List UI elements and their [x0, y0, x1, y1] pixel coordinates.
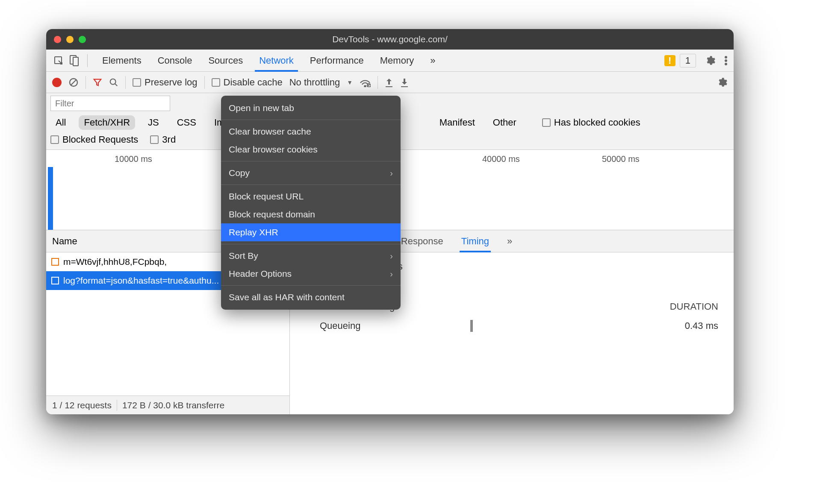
- download-har-icon[interactable]: [400, 78, 409, 87]
- type-other[interactable]: Other: [488, 115, 522, 130]
- minimize-window-button[interactable]: [66, 36, 74, 43]
- script-icon: [51, 277, 59, 284]
- maximize-window-button[interactable]: [79, 36, 86, 43]
- svg-point-5: [725, 63, 727, 65]
- separator: [125, 76, 126, 89]
- ctx-copy[interactable]: Copy›: [221, 164, 401, 182]
- preserve-log-checkbox[interactable]: Preserve log: [133, 77, 198, 88]
- chevron-down-icon: ▼: [347, 79, 353, 86]
- type-fetch-xhr[interactable]: Fetch/XHR: [79, 115, 135, 130]
- third-party-checkbox[interactable]: 3rd: [150, 134, 176, 145]
- request-count: 1 / 12 requests: [52, 400, 112, 410]
- chevron-right-icon: ›: [390, 168, 393, 178]
- disable-cache-checkbox[interactable]: Disable cache: [212, 77, 283, 88]
- throttling-label: No throttling: [289, 77, 340, 88]
- device-toggle-icon[interactable]: [68, 53, 80, 68]
- svg-point-4: [725, 59, 727, 62]
- filter-input[interactable]: [50, 96, 170, 111]
- disable-cache-label: Disable cache: [224, 77, 283, 88]
- script-icon: [51, 258, 59, 266]
- type-all[interactable]: All: [50, 115, 71, 130]
- window-title: DevTools - www.google.com/: [46, 34, 734, 44]
- tab-network[interactable]: Network: [251, 50, 301, 71]
- svg-point-3: [725, 56, 727, 59]
- network-settings-icon[interactable]: [717, 77, 728, 88]
- clear-icon[interactable]: [68, 77, 79, 88]
- detail-tab-timing[interactable]: Timing: [460, 230, 491, 252]
- queued-at: 0 ms: [382, 261, 718, 272]
- inspect-icon[interactable]: [52, 53, 65, 68]
- titlebar: DevTools - www.google.com/: [46, 29, 734, 50]
- detail-tab-more-icon[interactable]: »: [505, 230, 514, 252]
- tab-sources[interactable]: Sources: [201, 50, 251, 71]
- queueing-value: 0.43 ms: [685, 320, 718, 331]
- throttling-select[interactable]: No throttling ▼: [289, 77, 353, 88]
- panel-tabs: Elements Console Sources Network Perform…: [94, 50, 443, 71]
- warning-count[interactable]: 1: [680, 54, 696, 67]
- type-manifest[interactable]: Manifest: [434, 115, 480, 130]
- separator: [221, 161, 401, 161]
- ctx-save-har[interactable]: Save all as HAR with content: [221, 288, 401, 306]
- tab-elements[interactable]: Elements: [94, 50, 149, 71]
- detail-tab-response[interactable]: Response: [399, 230, 445, 252]
- timeline-marker: [48, 167, 53, 230]
- separator: [117, 400, 117, 411]
- settings-icon[interactable]: [705, 55, 716, 66]
- queueing-label: Queueing: [320, 320, 360, 331]
- separator: [221, 244, 401, 244]
- blocked-requests-checkbox[interactable]: Blocked Requests: [50, 134, 138, 145]
- network-toolbar: Preserve log Disable cache No throttling…: [46, 72, 734, 93]
- tab-performance[interactable]: Performance: [302, 50, 372, 71]
- queueing-row: Queueing 0.43 ms: [305, 320, 718, 332]
- ctx-replay-xhr[interactable]: Replay XHR: [221, 223, 401, 241]
- kebab-menu-icon[interactable]: [724, 56, 728, 66]
- upload-har-icon[interactable]: [385, 78, 393, 87]
- ctx-block-domain[interactable]: Block request domain: [221, 205, 401, 223]
- request-list-footer: 1 / 12 requests 172 B / 30.0 kB transfer…: [46, 396, 289, 414]
- type-js[interactable]: JS: [143, 115, 164, 130]
- transfer-size: 172 B / 30.0 kB transferre: [122, 400, 224, 410]
- main-toolbar: Elements Console Sources Network Perform…: [46, 50, 734, 72]
- separator: [378, 76, 378, 89]
- context-menu: Open in new tab Clear browser cache Clea…: [221, 96, 401, 310]
- close-window-button[interactable]: [54, 36, 61, 43]
- ctx-header-options[interactable]: Header Options›: [221, 265, 401, 283]
- warning-badge-icon[interactable]: !: [664, 55, 675, 66]
- svg-point-8: [365, 85, 366, 87]
- tab-console[interactable]: Console: [150, 50, 200, 71]
- third-party-label: 3rd: [162, 134, 176, 145]
- svg-point-7: [110, 79, 116, 84]
- timeline-tick: 10000 ms: [115, 154, 152, 164]
- traffic-lights: [54, 36, 86, 43]
- record-button[interactable]: [52, 78, 62, 87]
- preserve-log-label: Preserve log: [145, 77, 198, 88]
- duration-label: DURATION: [670, 301, 718, 312]
- separator: [221, 185, 401, 185]
- request-name: m=Wt6vjf,hhhU8,FCpbqb,: [63, 257, 167, 267]
- ctx-sort-by[interactable]: Sort By›: [221, 247, 401, 265]
- svg-rect-2: [73, 57, 78, 66]
- blocked-requests-label: Blocked Requests: [62, 134, 138, 145]
- separator: [221, 120, 401, 120]
- chevron-right-icon: ›: [390, 269, 393, 279]
- type-css[interactable]: CSS: [172, 115, 201, 130]
- ctx-block-url[interactable]: Block request URL: [221, 188, 401, 205]
- separator: [204, 76, 205, 89]
- tab-more-icon[interactable]: »: [422, 50, 443, 71]
- ctx-clear-cache[interactable]: Clear browser cache: [221, 123, 401, 141]
- ctx-open-new-tab[interactable]: Open in new tab: [221, 99, 401, 117]
- chevron-right-icon: ›: [390, 251, 393, 261]
- search-icon[interactable]: [109, 78, 118, 87]
- separator: [221, 285, 401, 286]
- timeline-tick: 50000 ms: [602, 154, 640, 164]
- separator: [87, 54, 88, 67]
- timeline-tick: 40000 ms: [482, 154, 520, 164]
- blocked-cookies-checkbox[interactable]: Has blocked cookies: [542, 117, 640, 128]
- ctx-clear-cookies[interactable]: Clear browser cookies: [221, 141, 401, 158]
- tab-memory[interactable]: Memory: [372, 50, 422, 71]
- network-conditions-icon[interactable]: [360, 78, 371, 87]
- filter-icon[interactable]: [93, 78, 102, 87]
- blocked-cookies-label: Has blocked cookies: [554, 117, 640, 128]
- separator: [86, 76, 86, 89]
- request-name: log?format=json&hasfast=true&authu...: [63, 275, 219, 286]
